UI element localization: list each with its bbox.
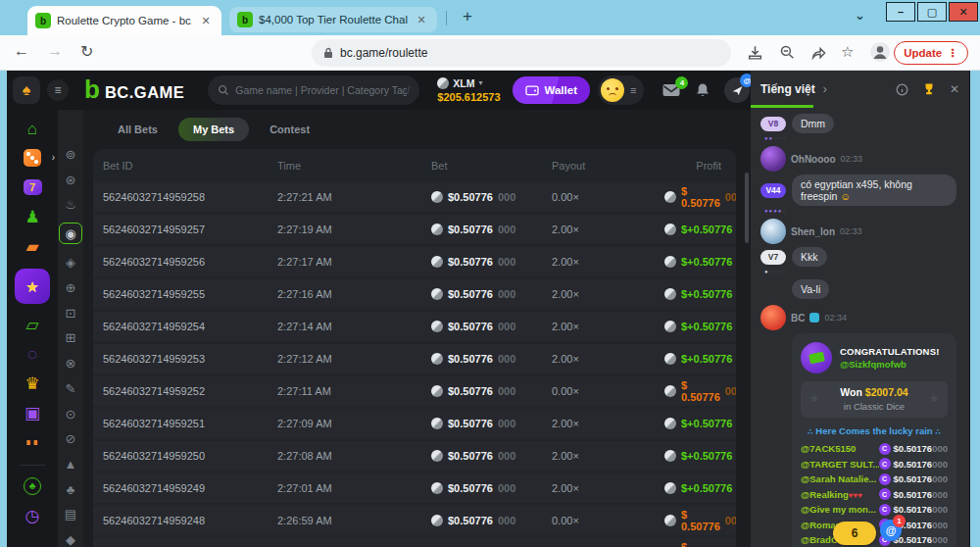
bet-amount: $0.50776000 bbox=[431, 224, 552, 235]
chat-close-icon[interactable]: ✕ bbox=[950, 82, 959, 96]
xlm-coin-icon bbox=[664, 288, 676, 300]
xlm-coin-icon bbox=[664, 353, 676, 365]
avatar[interactable] bbox=[760, 305, 786, 330]
bet-payout: 2.00× bbox=[552, 224, 664, 235]
recipient-name[interactable]: @Give my mon... bbox=[801, 504, 879, 515]
recent-icon[interactable]: ◷ bbox=[16, 505, 49, 526]
sidebar-menu-icon[interactable]: ≡ bbox=[47, 79, 69, 101]
dice-icon[interactable]: ⊡ bbox=[59, 306, 82, 321]
promotions-cards-icon[interactable]: ▰ bbox=[16, 235, 49, 257]
vip-crown-icon[interactable]: ♛ bbox=[16, 373, 49, 394]
chevron-right-icon[interactable]: › bbox=[823, 82, 827, 96]
roulette-target-icon[interactable]: ★ bbox=[15, 269, 50, 304]
back-icon[interactable]: ← bbox=[14, 42, 29, 60]
bonus-ticket-icon[interactable]: ▱ bbox=[16, 314, 49, 335]
bcgame-logo[interactable]: b BC.GAME bbox=[84, 79, 184, 102]
keno-icon[interactable]: ⊕ bbox=[59, 280, 82, 295]
search-input[interactable] bbox=[235, 84, 407, 96]
winner-name[interactable]: @Sizkfqmofwb bbox=[840, 359, 940, 370]
close-button[interactable]: ✕ bbox=[949, 2, 978, 22]
col-time: Time bbox=[277, 160, 431, 172]
username[interactable]: OhNoooo bbox=[791, 154, 836, 165]
tab-close-icon[interactable]: ✕ bbox=[198, 13, 214, 28]
hilo-icon[interactable]: ♨ bbox=[59, 197, 82, 212]
cards-icon[interactable]: ▤ bbox=[59, 508, 82, 522]
bcgame-favicon: b bbox=[237, 12, 253, 27]
new-tab-button[interactable]: + bbox=[455, 4, 480, 29]
rain-recipient-row: @TARGET SULT... C $0.50176000 bbox=[801, 457, 948, 472]
claw-icon[interactable]: ♣ bbox=[59, 482, 82, 497]
notifications-bell-button[interactable] bbox=[695, 82, 710, 99]
recipient-name[interactable]: @Sarah Natalie... bbox=[801, 473, 879, 484]
wheel-icon[interactable]: ◈ bbox=[59, 255, 82, 270]
rocket-icon[interactable]: ▲ bbox=[59, 457, 82, 472]
forward-icon[interactable]: → bbox=[47, 42, 63, 60]
blade-icon[interactable]: ✎ bbox=[59, 381, 82, 396]
chat-messages: V8 Dmm ●●○○○ OhNoooo 02:33 V44 có egypti… bbox=[751, 108, 969, 547]
bets-panel: All Bets My Bets Contest Bet ID Time Bet… bbox=[83, 110, 751, 547]
slots-icon[interactable]: 7 bbox=[16, 176, 49, 198]
tab-search-chevron-icon[interactable]: ⌄ bbox=[855, 8, 865, 23]
tab-close-icon[interactable]: ✕ bbox=[414, 12, 429, 27]
bet-profit: $+0.50776000 bbox=[664, 321, 736, 332]
table-row: 56246032714959254 2:27:14 AM $0.50776000… bbox=[93, 312, 736, 341]
rail-divider[interactable] bbox=[20, 465, 45, 466]
avatar[interactable] bbox=[760, 219, 786, 244]
tab-my-bets[interactable]: My Bets bbox=[178, 118, 249, 141]
address-bar[interactable]: bc.game/roulette bbox=[312, 39, 731, 67]
trophy-icon[interactable] bbox=[922, 82, 936, 96]
profile-menu[interactable]: ≡ bbox=[598, 75, 644, 105]
update-button[interactable]: Update ⋮ bbox=[894, 41, 968, 65]
bet-time: 2:27:17 AM bbox=[277, 256, 431, 268]
news-quill-button[interactable]: @ bbox=[724, 77, 750, 103]
lottery-icon[interactable]: ◌ bbox=[16, 343, 49, 365]
browser-tab-inactive[interactable]: b $4,000 Top Tier Roulette Challeng ✕ bbox=[229, 7, 437, 32]
pixels-icon[interactable]: ∎∎ bbox=[16, 431, 49, 453]
game-search[interactable]: / bbox=[208, 75, 419, 105]
language-tab[interactable]: Tiếng việt bbox=[760, 82, 815, 96]
chat-info-icon[interactable] bbox=[896, 83, 908, 96]
wallet-button[interactable]: Wallet bbox=[513, 76, 590, 104]
casino-dice-icon[interactable]: › bbox=[16, 147, 49, 169]
plinko-icon[interactable]: ⊛ bbox=[59, 173, 82, 187]
recipient-name[interactable]: @Realking♥♥♥ bbox=[801, 489, 879, 500]
crash-icon[interactable]: ⊚ bbox=[59, 147, 82, 162]
coinflip-icon[interactable]: ⊘ bbox=[59, 431, 82, 446]
reload-icon[interactable]: ↻ bbox=[80, 42, 93, 61]
xlm-coin-icon bbox=[664, 418, 676, 429]
blocks-icon[interactable]: ▣ bbox=[16, 402, 49, 423]
recipient-name[interactable]: @TARGET SULT... bbox=[801, 459, 879, 470]
limbo-icon[interactable]: ⊙ bbox=[59, 407, 82, 422]
baccarat-icon[interactable]: ◆ bbox=[59, 532, 82, 547]
profile-avatar-icon[interactable] bbox=[870, 42, 890, 62]
zoom-icon[interactable] bbox=[779, 44, 796, 61]
roulette-icon[interactable]: ◉ bbox=[59, 223, 82, 244]
browser-tab-active[interactable]: b Roulette Crypto Game - bc.game ✕ bbox=[27, 6, 221, 35]
craps-icon[interactable]: ⊞ bbox=[59, 331, 82, 346]
bet-time: 2:27:19 AM bbox=[277, 224, 431, 235]
home-icon[interactable]: ⌂ bbox=[16, 118, 49, 139]
balance-selector[interactable]: XLM ▾ $205.612573 bbox=[437, 77, 500, 103]
recipient-name[interactable]: @7ACK5150 bbox=[801, 443, 879, 454]
mentions-button[interactable]: @ 1 bbox=[880, 520, 902, 541]
bet-amount: $0.50776000 bbox=[431, 385, 552, 397]
tab-contest[interactable]: Contest bbox=[255, 118, 324, 141]
scrollbar-thumb[interactable] bbox=[745, 173, 749, 243]
mail-button[interactable]: 4 bbox=[662, 82, 681, 98]
tab-all-bets[interactable]: All Bets bbox=[103, 118, 172, 141]
minimize-button[interactable]: – bbox=[886, 2, 915, 22]
username[interactable]: Shen_lon bbox=[791, 226, 835, 237]
avatar[interactable] bbox=[760, 146, 786, 172]
spade-logo-icon[interactable]: ♠ bbox=[13, 76, 40, 104]
mines-icon[interactable]: ⊗ bbox=[59, 356, 82, 371]
save-page-icon[interactable] bbox=[747, 44, 763, 61]
eco-icon[interactable]: ♣ bbox=[16, 475, 49, 497]
originals-icon[interactable]: ♟ bbox=[16, 206, 49, 227]
maximize-button[interactable]: ▢ bbox=[917, 2, 947, 22]
bookmark-star-icon[interactable]: ☆ bbox=[841, 43, 854, 61]
new-messages-count-button[interactable]: 6 bbox=[833, 522, 876, 545]
share-icon[interactable] bbox=[810, 44, 827, 61]
col-bet: Bet bbox=[431, 160, 552, 172]
table-row: 56246032714959253 2:27:12 AM $0.50776000… bbox=[93, 344, 736, 373]
message-bubble: Kkk bbox=[792, 247, 827, 267]
